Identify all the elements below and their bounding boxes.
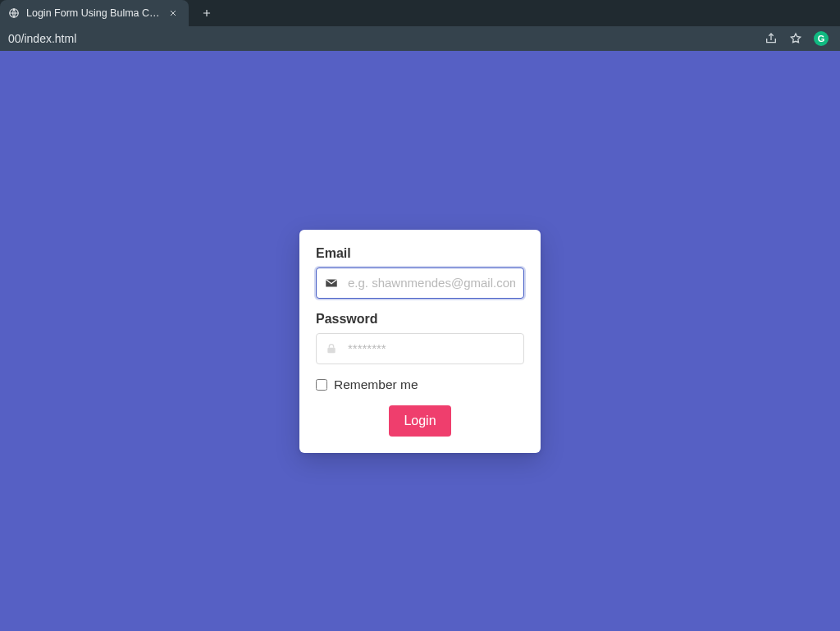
address-text: 00/index.html <box>7 32 765 45</box>
extension-badge[interactable]: G <box>814 31 829 46</box>
browser-chrome: Login Form Using Bulma CSS 00/index.html <box>0 0 840 51</box>
svg-rect-1 <box>327 347 335 353</box>
password-input[interactable] <box>316 333 524 364</box>
email-control <box>316 267 524 299</box>
button-row: Login <box>316 405 524 437</box>
tab-strip: Login Form Using Bulma CSS <box>0 0 840 26</box>
remember-me-checkbox[interactable] <box>316 379 327 391</box>
lock-icon <box>324 341 339 356</box>
email-label: Email <box>316 246 524 261</box>
new-tab-button[interactable] <box>195 2 218 25</box>
password-control <box>316 333 524 364</box>
login-button[interactable]: Login <box>389 405 450 437</box>
bookmark-star-icon[interactable] <box>789 32 802 45</box>
address-bar[interactable]: 00/index.html G <box>0 26 840 51</box>
address-actions: G <box>765 31 833 46</box>
globe-icon <box>8 7 20 19</box>
email-input[interactable] <box>316 267 524 299</box>
login-card: Email Password Remember me <box>299 230 541 453</box>
remember-me-label: Remember me <box>334 377 418 392</box>
remember-me-row[interactable]: Remember me <box>316 377 524 392</box>
share-icon[interactable] <box>765 32 778 45</box>
password-label: Password <box>316 312 524 327</box>
tab-title: Login Form Using Bulma CSS <box>26 7 161 19</box>
browser-tab[interactable]: Login Form Using Bulma CSS <box>0 0 189 26</box>
page-background: Email Password Remember me <box>0 51 840 631</box>
envelope-icon <box>324 276 339 290</box>
close-tab-icon[interactable] <box>167 7 179 19</box>
